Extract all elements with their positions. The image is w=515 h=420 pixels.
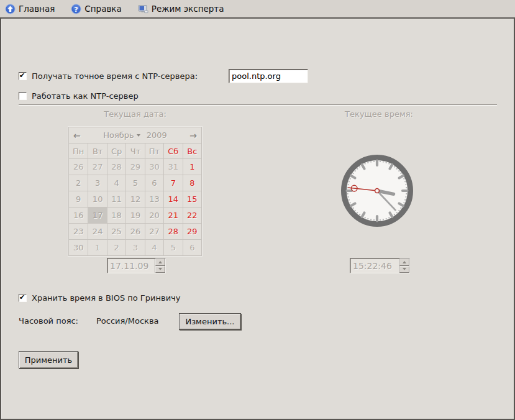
toolbar-item-expert-mode[interactable]: Режим эксперта [138, 4, 224, 14]
ntp-client-row: Получать точное время с NTP-сервера: [19, 70, 198, 81]
calendar-day[interactable]: 20 [145, 207, 163, 223]
calendar-day[interactable]: 5 [163, 239, 182, 255]
calendar-day-selected[interactable]: 17 [88, 207, 106, 223]
calendar-day[interactable]: 4 [145, 239, 163, 255]
timezone-value: Россия/Москва [96, 316, 159, 326]
toolbar-item-home[interactable]: Главная [5, 4, 55, 14]
calendar-month-label[interactable]: Ноябрь [103, 130, 134, 140]
calendar-day[interactable]: 25 [107, 223, 125, 239]
calendar-day[interactable]: 11 [107, 191, 125, 207]
arrow-down-icon [403, 268, 406, 270]
calendar-day[interactable]: 8 [183, 175, 201, 191]
calendar-day[interactable]: 26 [69, 158, 88, 175]
calendar-day-headers: ПнВтСрЧтПтСбВс [69, 143, 201, 158]
settings-panel: Получать точное время с NTP-сервера: Раб… [0, 17, 515, 420]
calendar-day[interactable]: 7 [163, 175, 182, 191]
calendar-day[interactable]: 28 [107, 158, 125, 175]
bios-utc-label: Хранить время в BIOS по Гринвичу [32, 293, 180, 303]
calendar-day[interactable]: 12 [125, 191, 144, 207]
calendar-day-header: Пт [145, 143, 163, 158]
date-spinbox: 17.11.09 [107, 258, 166, 273]
calendar-day[interactable]: 3 [88, 175, 106, 191]
arrow-up-icon [403, 261, 406, 263]
calendar-day[interactable]: 10 [88, 191, 106, 207]
ntp-server-label: Работать как NTP-сервер [32, 91, 139, 101]
date-spin-buttons [155, 258, 165, 273]
calendar-day-header: Сб [163, 143, 182, 158]
calendar-day[interactable]: 22 [183, 207, 201, 223]
calendar: ← Ноябрь 2009 → ПнВтСрЧтПтСбВс 262728293… [68, 127, 202, 256]
calendar-day[interactable]: 21 [163, 207, 182, 223]
calendar-grid: 2627282930311234567891011121314151617181… [69, 158, 201, 255]
calendar-day[interactable]: 29 [183, 223, 201, 239]
calendar-day[interactable]: 2 [107, 239, 125, 255]
calendar-day[interactable]: 9 [69, 191, 88, 207]
calendar-day[interactable]: 3 [125, 239, 144, 255]
toolbar: Главная ? Справка Режим эксперта [0, 0, 515, 17]
calendar-day[interactable]: 1 [183, 158, 201, 175]
expert-mode-icon [138, 4, 148, 14]
ntp-server-checkbox[interactable] [19, 92, 27, 100]
change-timezone-button[interactable]: Изменить... [179, 313, 241, 330]
toolbar-item-label: Главная [19, 4, 55, 14]
svg-text:?: ? [75, 5, 78, 13]
apply-button[interactable]: Применить [19, 351, 78, 368]
calendar-day[interactable]: 23 [69, 223, 88, 239]
next-month-icon[interactable]: → [189, 131, 197, 140]
calendar-year-label[interactable]: 2009 [147, 130, 167, 140]
date-spin-up-button[interactable] [155, 258, 165, 266]
calendar-day[interactable]: 13 [145, 191, 163, 207]
bios-utc-checkbox[interactable] [19, 294, 27, 302]
timezone-label: Часовой пояс: [19, 316, 78, 326]
calendar-day[interactable]: 27 [88, 158, 106, 175]
calendar-day[interactable]: 30 [145, 158, 163, 175]
help-icon: ? [71, 4, 81, 14]
arrow-up-icon [158, 261, 162, 263]
current-time-title: Текущее время: [339, 109, 419, 119]
time-spinbox-value: 15:22:46 [350, 258, 399, 273]
calendar-day[interactable]: 16 [69, 207, 88, 223]
toolbar-item-label: Справка [84, 4, 121, 14]
calendar-nav: ← Ноябрь 2009 → [69, 127, 201, 143]
month-dropdown-caret-icon [137, 134, 140, 137]
calendar-day[interactable]: 2 [69, 175, 88, 191]
current-date-title: Текущая дата: [68, 109, 202, 119]
calendar-day-header: Ср [107, 143, 125, 158]
calendar-day-header: Вс [183, 143, 201, 158]
time-spin-buttons [399, 258, 409, 273]
calendar-day[interactable]: 1 [88, 239, 106, 255]
ntp-client-label: Получать точное время с NTP-сервера: [32, 71, 198, 81]
calendar-day[interactable]: 30 [69, 239, 88, 255]
ntp-client-checkbox[interactable] [19, 72, 27, 80]
calendar-day[interactable]: 29 [125, 158, 144, 175]
calendar-day-header: Вт [88, 143, 106, 158]
calendar-day[interactable]: 26 [125, 223, 144, 239]
calendar-day[interactable]: 24 [88, 223, 106, 239]
calendar-day[interactable]: 6 [183, 239, 201, 255]
ntp-server-row: Работать как NTP-сервер [19, 90, 139, 101]
app-window: Главная ? Справка Режим эксперта Получат… [0, 0, 515, 420]
arrow-down-icon [158, 268, 162, 270]
date-spin-down-button[interactable] [155, 266, 165, 273]
time-spin-up-button[interactable] [399, 258, 409, 266]
calendar-day[interactable]: 28 [163, 223, 182, 239]
toolbar-item-label: Режим эксперта [152, 4, 224, 14]
calendar-day[interactable]: 18 [107, 207, 125, 223]
ntp-server-input[interactable] [229, 69, 308, 83]
prev-month-icon[interactable]: ← [73, 131, 81, 140]
time-spin-down-button[interactable] [399, 266, 409, 273]
section-divider [19, 104, 497, 106]
time-spinbox: 15:22:46 [350, 258, 410, 273]
calendar-day[interactable]: 4 [107, 175, 125, 191]
calendar-day[interactable]: 5 [125, 175, 144, 191]
calendar-day[interactable]: 6 [145, 175, 163, 191]
home-up-icon [5, 4, 16, 14]
calendar-day[interactable]: 31 [163, 158, 182, 175]
calendar-day-header: Пн [69, 143, 88, 158]
calendar-day[interactable]: 14 [163, 191, 182, 207]
calendar-day-header: Чт [125, 143, 144, 158]
calendar-day[interactable]: 19 [125, 207, 144, 223]
calendar-day[interactable]: 27 [145, 223, 163, 239]
toolbar-item-help[interactable]: ? Справка [71, 4, 121, 14]
calendar-day[interactable]: 15 [183, 191, 201, 207]
